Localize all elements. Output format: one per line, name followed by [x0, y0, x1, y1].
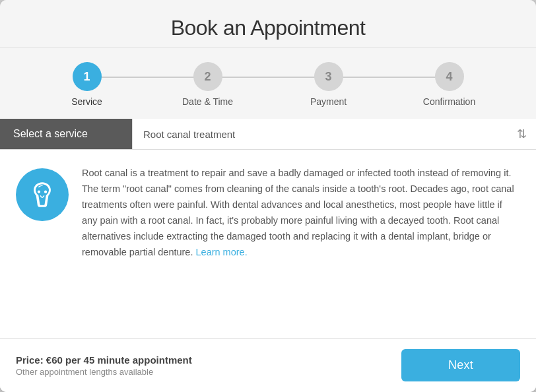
- step-2: 2 Date & Time: [147, 62, 268, 107]
- stepper: 1 Service 2 Date & Time 3 Payment 4 Conf…: [0, 48, 536, 119]
- content-area: Select a service Root canal treatment Te…: [0, 119, 536, 392]
- booking-modal: Book an Appointment 1 Service 2 Date & T…: [0, 0, 536, 392]
- step-1-circle: 1: [73, 62, 102, 91]
- learn-more-link[interactable]: Learn more.: [196, 247, 248, 257]
- step-1-label: Service: [71, 96, 102, 107]
- price-main: Price: €60 per 45 minute appointment: [16, 354, 192, 366]
- step-4-label: Confirmation: [423, 96, 475, 107]
- select-label: Select a service: [0, 119, 132, 149]
- next-button[interactable]: Next: [401, 349, 520, 381]
- modal-header: Book an Appointment: [0, 0, 536, 48]
- svg-point-0: [38, 191, 40, 193]
- price-sub: Other appointment lengths available: [16, 367, 192, 377]
- step-4: 4 Confirmation: [389, 62, 510, 107]
- step-3-label: Payment: [310, 96, 347, 107]
- price-info: Price: €60 per 45 minute appointment Oth…: [16, 354, 192, 377]
- step-3-circle: 3: [314, 62, 343, 91]
- svg-point-1: [44, 191, 47, 193]
- modal-title: Book an Appointment: [13, 16, 523, 40]
- step-3: 3 Payment: [268, 62, 389, 107]
- step-1: 1 Service: [26, 62, 147, 107]
- step-2-label: Date & Time: [182, 96, 233, 107]
- tooth-icon: [27, 180, 57, 210]
- step-2-circle: 2: [193, 62, 222, 91]
- service-info-section: Root canal is a treatment to repair and …: [0, 150, 536, 338]
- service-select-row: Select a service Root canal treatment Te…: [0, 119, 536, 150]
- service-icon: [16, 168, 69, 221]
- select-wrapper: Root canal treatment Teeth cleaning Toot…: [132, 119, 536, 149]
- service-dropdown[interactable]: Root canal treatment Teeth cleaning Toot…: [133, 119, 536, 149]
- footer: Price: €60 per 45 minute appointment Oth…: [0, 338, 536, 392]
- service-description-text: Root canal is a treatment to repair and …: [82, 166, 520, 325]
- step-4-circle: 4: [435, 62, 464, 91]
